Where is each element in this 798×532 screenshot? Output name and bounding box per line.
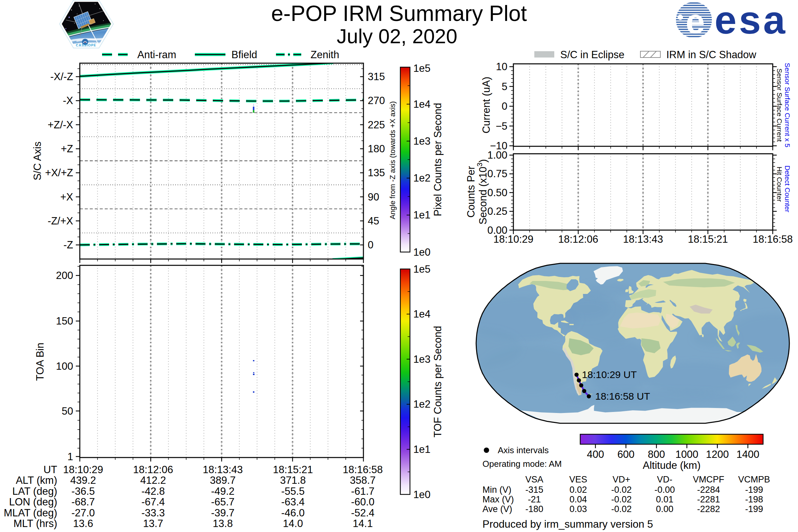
- svg-text:-X/-Z: -X/-Z: [50, 71, 73, 82]
- svg-text:−5: −5: [496, 120, 507, 132]
- svg-text:0.04: 0.04: [570, 494, 587, 505]
- svg-text:-2284: -2284: [697, 485, 720, 495]
- svg-text:Operating mode: AM: Operating mode: AM: [482, 459, 562, 469]
- svg-text:Altitude (km): Altitude (km): [643, 459, 701, 471]
- svg-text:VSA: VSA: [525, 474, 543, 484]
- svg-text:Sensor Surface Current: Sensor Surface Current: [776, 69, 783, 142]
- svg-text:90: 90: [368, 191, 379, 203]
- svg-text:0.75: 0.75: [488, 168, 507, 179]
- svg-text:50: 50: [62, 405, 73, 417]
- svg-text:1e2: 1e2: [413, 172, 431, 184]
- svg-text:18:12:06: 18:12:06: [133, 464, 173, 475]
- svg-text:-55.5: -55.5: [281, 486, 305, 497]
- svg-text:Max (V): Max (V): [482, 494, 514, 505]
- svg-text:1e5: 1e5: [413, 263, 431, 275]
- svg-text:358.7: 358.7: [350, 474, 376, 486]
- svg-text:VMCPF: VMCPF: [693, 474, 724, 484]
- svg-text:-199: -199: [745, 504, 763, 514]
- svg-text:1e1: 1e1: [413, 443, 431, 455]
- svg-text:+X/+Z: +X/+Z: [45, 167, 73, 178]
- svg-text:VES: VES: [569, 474, 587, 484]
- svg-text:18:16:58 UT: 18:16:58 UT: [595, 391, 650, 402]
- svg-text:-2282: -2282: [697, 504, 720, 514]
- svg-text:225: 225: [368, 119, 385, 131]
- svg-text:MLAT (deg): MLAT (deg): [4, 507, 57, 519]
- svg-text:-X: -X: [63, 95, 73, 107]
- svg-text:TOF Counts per Second: TOF Counts per Second: [432, 326, 443, 437]
- svg-text:LAT (deg): LAT (deg): [12, 486, 57, 497]
- svg-text:-199: -199: [745, 485, 763, 495]
- svg-text:0.02: 0.02: [570, 485, 587, 495]
- svg-text:Pixel Counts per Second: Pixel Counts per Second: [432, 103, 443, 216]
- svg-text:-33.3: -33.3: [141, 507, 165, 519]
- svg-text:Ave (V): Ave (V): [482, 504, 512, 514]
- svg-text:439.2: 439.2: [70, 474, 96, 486]
- svg-text:1e1: 1e1: [413, 209, 431, 221]
- svg-text:0.25: 0.25: [488, 206, 507, 217]
- svg-text:-Z/+X: -Z/+X: [48, 215, 73, 227]
- svg-text:-21: -21: [528, 494, 540, 505]
- svg-text:18:16:58: 18:16:58: [343, 464, 383, 475]
- svg-text:1e4: 1e4: [413, 308, 431, 320]
- svg-text:270: 270: [368, 95, 385, 107]
- svg-text:200: 200: [56, 270, 73, 281]
- svg-text:100: 100: [56, 360, 73, 372]
- svg-text:-2281: -2281: [697, 494, 720, 505]
- svg-text:-180: -180: [525, 504, 543, 514]
- svg-text:135: 135: [368, 167, 385, 178]
- svg-text:1e3: 1e3: [413, 135, 431, 147]
- svg-text:ALT (km): ALT (km): [16, 474, 57, 486]
- svg-text:-52.4: -52.4: [351, 507, 375, 519]
- svg-text:-39.7: -39.7: [211, 507, 235, 519]
- svg-text:e-POP IRM Summary Plot: e-POP IRM Summary Plot: [271, 1, 527, 25]
- svg-text:0: 0: [502, 100, 507, 112]
- svg-text:e: e: [686, 2, 705, 41]
- svg-text:S/C in Eclipse: S/C in Eclipse: [560, 49, 624, 60]
- svg-text:800: 800: [648, 449, 665, 460]
- svg-text:Detect Counter: Detect Counter: [784, 165, 791, 212]
- svg-text:-63.4: -63.4: [281, 496, 305, 508]
- svg-text:-198: -198: [745, 494, 763, 505]
- svg-text:Axis intervals: Axis intervals: [498, 445, 549, 455]
- svg-text:MLT (hrs): MLT (hrs): [14, 518, 57, 529]
- svg-text:1.00: 1.00: [488, 149, 507, 161]
- svg-text:18:12:06: 18:12:06: [558, 233, 598, 245]
- svg-text:389.7: 389.7: [210, 474, 236, 486]
- svg-text:VD+: VD+: [612, 474, 630, 484]
- svg-text:Counts Per: Counts Per: [465, 166, 477, 217]
- svg-text:1: 1: [68, 451, 73, 462]
- svg-text:Zenith: Zenith: [310, 49, 339, 60]
- svg-text:-49.2: -49.2: [211, 486, 235, 497]
- svg-text:Sensor Surface Current x 5: Sensor Surface Current x 5: [784, 63, 791, 147]
- svg-text:0.03: 0.03: [570, 504, 587, 514]
- svg-text:-61.7: -61.7: [351, 486, 375, 497]
- svg-text:10: 10: [496, 61, 507, 73]
- svg-text:Bfield: Bfield: [231, 49, 258, 60]
- svg-text:July 02, 2020: July 02, 2020: [337, 25, 457, 48]
- svg-text:13.7: 13.7: [143, 518, 163, 529]
- svg-text:-65.7: -65.7: [211, 496, 235, 508]
- svg-text:18:10:29 UT: 18:10:29 UT: [582, 369, 637, 380]
- svg-text:18:10:29: 18:10:29: [493, 233, 534, 245]
- svg-text:0.01: 0.01: [656, 494, 673, 505]
- svg-text:-27.0: -27.0: [72, 507, 95, 519]
- svg-text:-68.7: -68.7: [72, 496, 95, 508]
- svg-text:LON (deg): LON (deg): [9, 496, 57, 508]
- svg-text:+Z/-X: +Z/-X: [48, 119, 73, 131]
- svg-text:400: 400: [587, 449, 604, 460]
- svg-text:1400: 1400: [737, 449, 759, 460]
- svg-text:600: 600: [618, 449, 635, 460]
- svg-text:-0.02: -0.02: [611, 494, 632, 505]
- svg-text:IRM in S/C Shadow: IRM in S/C Shadow: [666, 49, 757, 60]
- svg-text:Min (V): Min (V): [482, 485, 511, 495]
- svg-text:1000: 1000: [675, 449, 698, 460]
- svg-text:0.50: 0.50: [488, 187, 507, 198]
- svg-text:S/C Axis: S/C Axis: [32, 141, 43, 180]
- svg-text:Second (x103): Second (x103): [475, 159, 489, 225]
- svg-text:13.6: 13.6: [73, 518, 93, 529]
- svg-text:+Z: +Z: [61, 143, 73, 155]
- svg-text:-36.5: -36.5: [72, 486, 95, 497]
- svg-text:18:16:58: 18:16:58: [753, 233, 793, 245]
- svg-text:-315: -315: [525, 485, 543, 495]
- svg-text:18:10:29: 18:10:29: [63, 464, 103, 475]
